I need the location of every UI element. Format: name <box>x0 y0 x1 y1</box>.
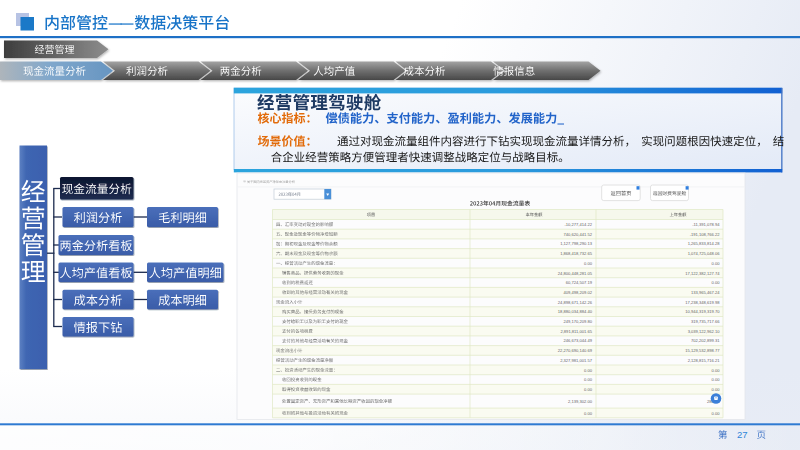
svg-text:15,129,532,898.77: 15,129,532,898.77 <box>685 348 720 353</box>
svg-text:1,127,798,290.13: 1,127,798,290.13 <box>560 241 593 246</box>
svg-text:3,039,122,962.10: 3,039,122,962.10 <box>688 329 721 334</box>
svg-text:2,128,815,716.21: 2,128,815,716.21 <box>688 358 721 363</box>
svg-text:409,498,209.02: 409,498,209.02 <box>564 290 593 295</box>
svg-text:133,965,467.24: 133,965,467.24 <box>691 290 720 295</box>
svg-text:-10,277,414.22: -10,277,414.22 <box>564 222 592 227</box>
svg-text:2,327,981,001.57: 2,327,981,001.57 <box>560 358 593 363</box>
svg-text:22,270,690,140.69: 22,270,690,140.69 <box>558 348 593 353</box>
svg-text:0.00: 0.00 <box>584 387 593 392</box>
svg-text:24,800,448,281.05: 24,800,448,281.05 <box>558 271 593 276</box>
svg-text:0.00: 0.00 <box>584 261 593 266</box>
svg-text:18,880,034,884.40: 18,880,034,884.40 <box>558 309 593 314</box>
svg-text:1,074,725,048.06: 1,074,725,048.06 <box>688 251 721 256</box>
svg-text:2,139,302.00: 2,139,302.00 <box>568 399 593 404</box>
svg-text:246,673,044.49: 246,673,044.49 <box>564 338 593 343</box>
svg-text:0.00: 0.00 <box>584 411 593 416</box>
svg-text:1,265,833,814.28: 1,265,833,814.28 <box>688 241 721 246</box>
svg-text:17,122,382,127.74: 17,122,382,127.74 <box>685 271 720 276</box>
svg-text:0.00: 0.00 <box>712 280 721 285</box>
svg-text:0.00: 0.00 <box>584 377 593 382</box>
svg-text:0.00: 0.00 <box>712 261 721 266</box>
svg-text:0.00: 0.00 <box>712 368 721 373</box>
svg-text:702,202,899.31: 702,202,899.31 <box>691 338 720 343</box>
svg-text:-11,391,078.94: -11,391,078.94 <box>692 222 720 227</box>
svg-text:60,724,507.19: 60,724,507.19 <box>566 280 593 285</box>
svg-text:1,868,418,732.65: 1,868,418,732.65 <box>560 251 593 256</box>
svg-text:0.00: 0.00 <box>712 377 721 382</box>
svg-text:2,891,811,001.65: 2,891,811,001.65 <box>560 329 592 334</box>
svg-text:17,238,348,619.98: 17,238,348,619.98 <box>685 300 720 305</box>
svg-text:0.00: 0.00 <box>712 411 721 416</box>
svg-text:249,170,209.80: 249,170,209.80 <box>564 319 593 324</box>
svg-text:10,944,319,319.70: 10,944,319,319.70 <box>685 309 720 314</box>
svg-text:319,735,717.66: 319,735,717.66 <box>691 319 720 324</box>
svg-text:0.00: 0.00 <box>712 387 721 392</box>
svg-text:0.00: 0.00 <box>584 368 593 373</box>
svg-text:740,620,441.52: 740,620,441.52 <box>564 232 593 237</box>
svg-text:24,898,671,142.26: 24,898,671,142.26 <box>558 300 593 305</box>
svg-text:-191,108,766.22: -191,108,766.22 <box>690 232 721 237</box>
svg-text:27: 27 <box>737 429 748 440</box>
